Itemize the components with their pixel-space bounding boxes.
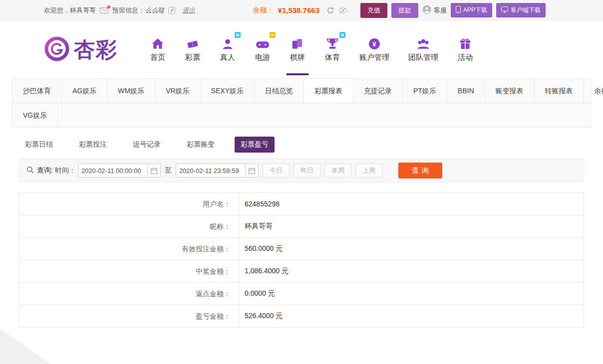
tab-account-change-report[interactable]: 账变报表 (485, 79, 535, 103)
quick-today-button[interactable]: 今日 (263, 164, 290, 178)
nav-label: 棋牌 (290, 53, 305, 62)
table-row: 用户名： 624855298 (19, 193, 584, 215)
coin-icon: ¥ (366, 35, 382, 50)
quick-this-week-button[interactable]: 本周 (324, 164, 351, 178)
row-label: 用户名： (19, 193, 239, 215)
app-download-label: APP下载 (463, 6, 487, 14)
table-row: 中奖金额： 1,086.4000 元 (19, 260, 584, 283)
welcome-prefix: 欢迎您， (44, 6, 70, 14)
client-download-label: 客户端下载 (511, 6, 541, 14)
tab-pt[interactable]: PT娱乐 (403, 79, 447, 103)
refresh-icon[interactable] (326, 6, 334, 14)
tab-ag[interactable]: AG娱乐 (62, 79, 107, 103)
person-icon: N (220, 35, 236, 50)
nav-item-boardgames[interactable]: 棋牌 (289, 33, 306, 66)
nav-label: 体育 (325, 53, 340, 62)
nav-item-team[interactable]: 团队管理 (407, 33, 439, 66)
table-row: 昵称： 杯具哥哥 (19, 215, 584, 238)
nav-item-promotions[interactable]: 活动 (456, 33, 474, 66)
balance-value: ¥1,538.7663 (278, 6, 319, 14)
brand-name: 杏彩 (74, 36, 118, 64)
tab-bbin[interactable]: BBIN (447, 79, 485, 103)
nav-item-account[interactable]: ¥ 账户管理 (358, 33, 390, 66)
row-value: 杯具哥哥 (239, 222, 273, 231)
corner-decoration (0, 328, 52, 364)
brand-logo[interactable]: 杏彩 (44, 36, 118, 64)
gamepad-icon: H (255, 35, 271, 50)
unread-dot (107, 5, 110, 8)
phone-icon (456, 6, 461, 14)
edit-icon[interactable] (168, 7, 175, 14)
logout-link[interactable]: 退出 (182, 6, 195, 15)
tab-daily-summary[interactable]: 日结总览 (255, 79, 304, 103)
mail-icon[interactable] (100, 7, 108, 13)
tab-lottery-report[interactable]: 彩票报表 (304, 79, 353, 103)
platform-tab-row-2: VG娱乐 (12, 103, 591, 127)
reserved-value: 么么哒 (145, 6, 164, 14)
tab-vr[interactable]: VR娱乐 (155, 79, 200, 103)
client-download-button[interactable]: 客户端下载 (496, 3, 546, 17)
report-tab-chase[interactable]: 追号记录 (127, 137, 167, 153)
tab-balance-query[interactable]: 余额查询 (584, 79, 603, 103)
nav-item-sports[interactable]: N 体育 (323, 33, 341, 66)
reserved-label: 预留信息： (112, 6, 145, 14)
svg-text:¥: ¥ (372, 40, 376, 48)
topbar: 欢迎您，杯具哥哥 预留信息：么么哒 退出 余额： ¥1,538.7663 充值 … (0, 0, 603, 21)
report-tab-daily[interactable]: 彩票日结 (19, 137, 59, 153)
nav-badge: N (235, 32, 241, 38)
recharge-button[interactable]: 充值 (360, 3, 387, 18)
end-date-input[interactable] (176, 164, 246, 178)
row-value: 526.4000 元 (239, 312, 283, 321)
nav-item-live[interactable]: N 真人 (219, 33, 237, 66)
username: 杯具哥哥 (70, 6, 96, 14)
tab-deposit-withdraw-records[interactable]: 充提记录 (353, 79, 403, 103)
report-tab-bets[interactable]: 彩票投注 (73, 137, 113, 153)
nav-label: 账户管理 (359, 53, 389, 62)
table-row: 返点金额： 0.0000 元 (19, 283, 584, 305)
nav-label: 活动 (458, 53, 473, 62)
nav-label: 首页 (150, 53, 165, 62)
table-row: 有效投注金额： 560.0000 元 (19, 238, 584, 260)
balance-label: 余额： (253, 6, 274, 15)
service-label: 客服 (434, 6, 447, 15)
monitor-icon (501, 6, 508, 14)
nav-label: 团队管理 (408, 53, 438, 62)
eye-off-icon[interactable] (338, 7, 347, 14)
query-label: 查询: (37, 166, 53, 175)
nav-item-egames[interactable]: H 电游 (254, 33, 272, 66)
quick-yesterday-button[interactable]: 昨日 (294, 164, 320, 178)
tiles-icon (290, 35, 305, 50)
report-tab-account[interactable]: 彩票账变 (181, 137, 221, 153)
nav-item-home[interactable]: 首页 (149, 33, 167, 66)
search-submit-button[interactable]: 查 询 (398, 163, 442, 179)
start-date-input[interactable] (78, 164, 148, 178)
to-label: 至 (165, 166, 172, 175)
nav-label: 彩票 (185, 53, 200, 62)
table-row: 盈亏金额： 526.4000 元 (19, 305, 584, 328)
start-calendar-icon[interactable] (148, 164, 161, 178)
platform-tab-strip: 沙巴体育 AG娱乐 WM娱乐 VR娱乐 SEXY娱乐 日结总览 彩票报表 充提记… (12, 78, 591, 128)
nav-item-lottery[interactable]: 彩票 (184, 33, 202, 66)
nav-badge: H (270, 32, 276, 38)
customer-service-button[interactable]: 客服 (422, 5, 447, 15)
tab-sexy[interactable]: SEXY娱乐 (201, 79, 255, 103)
row-value: 624855298 (239, 200, 280, 208)
tab-transfer-report[interactable]: 转账报表 (535, 79, 584, 103)
row-value: 0.0000 元 (239, 289, 275, 298)
row-label: 昵称： (19, 215, 239, 238)
tab-vg[interactable]: VG娱乐 (12, 103, 58, 127)
gift-icon (457, 35, 473, 50)
end-calendar-icon[interactable] (246, 164, 259, 178)
report-tab-profit-loss[interactable]: 彩票盈亏 (235, 137, 275, 153)
row-value: 560.0000 元 (239, 244, 283, 253)
withdraw-button[interactable]: 提款 (391, 3, 418, 18)
row-label: 有效投注金额： (19, 238, 239, 260)
app-download-button[interactable]: APP下载 (451, 3, 492, 17)
query-bar: 查询: 时间： 至 今日 昨日 本周 上周 查 询 (19, 159, 584, 182)
reserved-info: 预留信息：么么哒 (112, 6, 164, 15)
tab-shaba-sports[interactable]: 沙巴体育 (12, 79, 62, 103)
profit-loss-table: 用户名： 624855298 昵称： 杯具哥哥 有效投注金额： 560.0000… (19, 192, 584, 328)
tab-wm[interactable]: WM娱乐 (107, 79, 155, 103)
quick-last-week-button[interactable]: 上周 (355, 164, 382, 178)
nav-label: 真人 (220, 53, 235, 62)
